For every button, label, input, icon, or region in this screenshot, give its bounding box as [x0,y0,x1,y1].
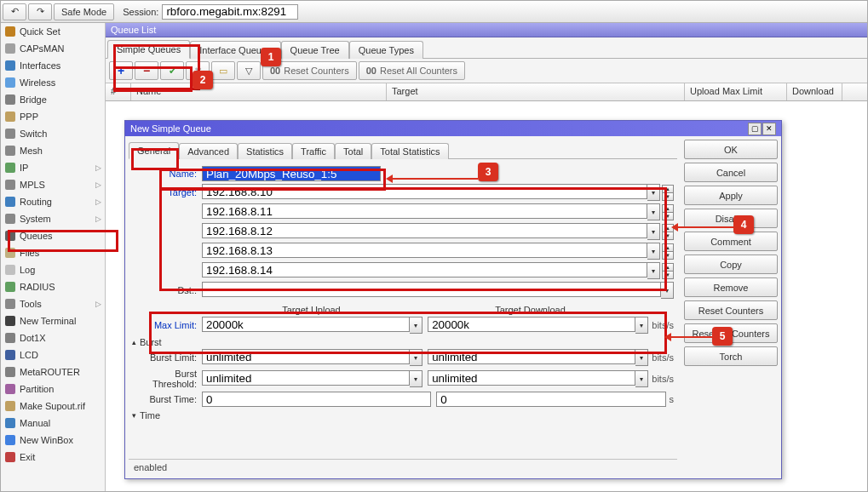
dialog-remove-button[interactable]: Remove [684,277,778,297]
target-up-1[interactable]: ▲ [662,204,674,213]
tab-queue-tree[interactable]: Queue Tree [281,41,349,59]
maxlimit-up-dd[interactable]: ▾ [410,317,423,334]
sidebar-item-new-terminal[interactable]: New Terminal [1,312,105,329]
add-button[interactable]: + [109,61,133,80]
sidebar-item-queues[interactable]: Queues [1,227,105,244]
dst-dropdown[interactable]: ▾ [661,282,674,299]
sidebar-item-interfaces[interactable]: Interfaces [1,57,105,74]
svg-rect-24 [5,435,15,445]
burst-limit-up[interactable] [202,349,410,364]
sidebar-item-ip[interactable]: IP▷ [1,159,105,176]
safe-mode-button[interactable]: Safe Mode [54,3,114,20]
undo-button[interactable]: ↶ [3,3,26,20]
sidebar-item-metarouter[interactable]: MetaROUTER [1,363,105,380]
callout-4: 4 [733,215,754,234]
maxlimit-up-input[interactable] [202,317,410,332]
sidebar-item-exit[interactable]: Exit [1,449,105,466]
submenu-icon: ▷ [95,163,101,172]
burst-toggle[interactable]: ▴Burst [132,337,674,347]
sidebar-item-bridge[interactable]: Bridge [1,91,105,108]
target-up-4[interactable]: ▲ [662,263,674,272]
target-dd-0[interactable]: ▾ [647,184,660,201]
dialog-disable-button[interactable]: Disable [684,209,778,228]
target-dd-4[interactable]: ▾ [647,262,660,279]
sidebar-item-switch[interactable]: Switch [1,125,105,142]
dialog-reset-counters-button[interactable]: Reset Counters [684,300,778,320]
target-input-4[interactable] [202,262,647,277]
sidebar-item-radius[interactable]: RADIUS [1,278,105,295]
redo-button[interactable]: ↷ [28,3,52,20]
target-up-3[interactable]: ▲ [662,243,674,252]
col-target[interactable]: Target [387,83,685,100]
target-down-2[interactable]: ▼ [662,232,674,240]
dtab-traffic[interactable]: Traffic [292,143,335,159]
burst-time-up[interactable] [202,392,431,407]
session-input[interactable] [162,4,298,20]
target-down-1[interactable]: ▼ [662,213,674,220]
dialog-cancel-button[interactable]: Cancel [684,163,778,182]
sidebar-item-capsman[interactable]: CAPsMAN [1,40,105,57]
target-down-4[interactable]: ▼ [662,272,674,279]
sidebar-item-mpls[interactable]: MPLS▷ [1,176,105,193]
tab-simple-queues[interactable]: Simple Queues [107,40,190,59]
sidebar-icon [4,298,16,310]
burst-time-down[interactable] [436,392,665,407]
dtab-total[interactable]: Total [335,143,371,159]
target-dd-3[interactable]: ▾ [647,243,660,260]
burst-thresh-up[interactable] [202,370,410,386]
dtab-total-statistics[interactable]: Total Statistics [371,143,448,159]
sidebar-item-partition[interactable]: Partition [1,380,105,398]
dst-input[interactable] [202,282,661,297]
col-index[interactable]: # [106,83,131,100]
target-input-2[interactable] [202,223,647,238]
dialog-torch-button[interactable]: Torch [684,346,778,366]
target-dd-1[interactable]: ▾ [647,203,660,220]
filter-button[interactable]: ▽ [237,61,261,80]
target-dd-2[interactable]: ▾ [647,223,660,240]
sidebar-item-dot1x[interactable]: Dot1X [1,329,105,346]
col-upload[interactable]: Upload Max Limit [685,83,787,100]
burst-thresh-label: Burst Threshold: [132,369,202,389]
dialog-close-icon[interactable]: ✕ [762,123,776,135]
sidebar-item-files[interactable]: Files [1,244,105,261]
tab-queue-types[interactable]: Queue Types [349,41,423,59]
sidebar-item-system[interactable]: System▷ [1,210,105,227]
dtab-statistics[interactable]: Statistics [238,143,292,159]
sidebar-item-quick-set[interactable]: Quick Set [1,23,105,40]
maxlimit-down-dd[interactable]: ▾ [635,317,648,334]
dialog-copy-button[interactable]: Copy [684,255,778,274]
burst-thresh-down[interactable] [428,370,635,386]
sidebar-item-mesh[interactable]: Mesh [1,142,105,159]
target-down-3[interactable]: ▼ [662,252,674,260]
dialog-apply-button[interactable]: Apply [684,186,778,205]
sidebar-item-wireless[interactable]: Wireless [1,74,105,91]
time-toggle[interactable]: ▾Time [132,410,674,420]
dialog-ok-button[interactable]: OK [684,140,778,159]
reset-all-counters-button[interactable]: 00Reset All Counters [359,61,465,80]
maxlimit-down-input[interactable] [428,317,635,332]
col-name[interactable]: Name [131,83,387,100]
dtab-advanced[interactable]: Advanced [179,143,238,159]
sidebar-item-manual[interactable]: Manual [1,415,105,432]
comment-button[interactable]: ▭ [211,61,235,80]
target-up-0[interactable]: ▲ [662,185,674,193]
enable-button[interactable]: ✔ [160,61,184,80]
name-input[interactable] [202,166,381,181]
target-input-3[interactable] [202,243,647,258]
sidebar-item-routing[interactable]: Routing▷ [1,193,105,210]
remove-button[interactable]: − [135,61,158,80]
target-input-1[interactable] [202,203,647,219]
target-input-0[interactable] [202,184,647,199]
dialog-back-icon[interactable]: ▢ [748,123,762,135]
target-down-0[interactable]: ▼ [662,193,674,201]
sidebar-item-lcd[interactable]: LCD [1,346,105,363]
sidebar-item-ppp[interactable]: PPP [1,108,105,125]
sidebar-item-make-supout.rif[interactable]: Make Supout.rif [1,398,105,415]
sidebar-item-new-winbox[interactable]: New WinBox [1,432,105,449]
sidebar-item-log[interactable]: Log [1,261,105,278]
dialog-comment-button[interactable]: Comment [684,232,778,251]
sidebar-item-tools[interactable]: Tools▷ [1,295,105,312]
burst-limit-down[interactable] [428,349,635,364]
dtab-general[interactable]: General [129,142,179,159]
col-download[interactable]: Download [787,83,842,100]
